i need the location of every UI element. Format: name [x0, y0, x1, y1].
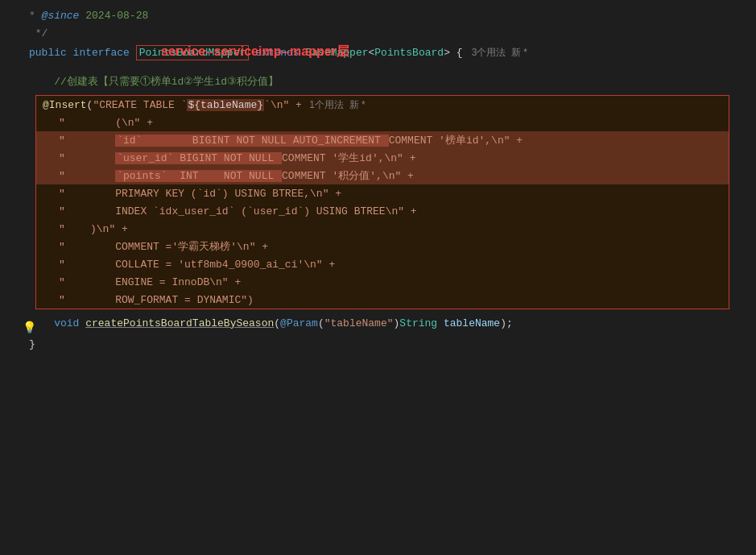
- collate-string: " COLLATE = 'utf8mb4_0900_ai_ci'\n" +: [59, 259, 335, 271]
- line-index: " INDEX `idx_user_id` (`user_id`) USING …: [36, 202, 729, 220]
- line-void-method: void createPointsBoardTableBySeason ( @P…: [0, 314, 756, 332]
- points-comment-val: '积分值',\n" +: [326, 168, 414, 183]
- comment-keyword-2: COMMENT: [282, 152, 326, 164]
- row-format-string: " ROW_FORMAT = DYNAMIC"): [59, 294, 254, 306]
- code-block: @Insert ( "CREATE TABLE ` ${tableName} `…: [35, 95, 729, 309]
- table-name-var: ${tableName}: [187, 99, 264, 111]
- editor-area: service--serviceimp--mapper层 * @since 20…: [0, 6, 756, 555]
- param-open: (: [318, 317, 324, 329]
- points-board-class: PointsBoard: [374, 47, 444, 59]
- line-content-void: void createPointsBoardTableBySeason ( @P…: [29, 317, 756, 329]
- comment-table-string: " COMMENT ='学霸天梯榜'\n" +: [59, 239, 268, 254]
- line-userid-field: " `user_id` BIGINT NOT NULL COMMENT '学生i…: [36, 149, 729, 167]
- line-since: * @since 2024-08-28: [0, 6, 756, 24]
- id-field-highlight: `id` BIGINT NOT NULL AUTO_INCREMENT: [115, 135, 388, 147]
- usage-info: 1个用法 新 *: [307, 98, 366, 112]
- param-name: tableName: [444, 317, 500, 329]
- at-since: @since: [42, 10, 80, 22]
- generic-close: > {: [444, 47, 469, 59]
- primary-key-string: " PRIMARY KEY (`id`) USING BTREE,\n" +: [59, 188, 341, 200]
- user-id-field-highlight: `user_id` BIGINT NOT NULL: [115, 152, 282, 164]
- public-keyword: public interface: [29, 47, 136, 59]
- id-comment-val: '榜单id',\n" +: [432, 133, 523, 147]
- points-field-string: ": [59, 170, 115, 182]
- line-id-field: " `id` BIGINT NOT NULL AUTO_INCREMENT CO…: [36, 131, 729, 149]
- comment-keyword-3: COMMENT: [282, 170, 326, 182]
- since-date: 2024-08-28: [79, 10, 148, 22]
- insert-string-mid: `\n" +: [264, 99, 302, 111]
- param-type: String: [399, 317, 444, 329]
- close-brace: }: [29, 338, 35, 350]
- create-table-comment: //创建表【只需要①榜单id②学生id③积分值】: [29, 74, 279, 89]
- line-row-format: " ROW_FORMAT = DYNAMIC"): [36, 291, 729, 309]
- method-name: createPointsBoardTableBySeason: [85, 317, 274, 329]
- void-keyword: void: [29, 317, 85, 329]
- line-engine: " ENGINE = InnoDB\n" +: [36, 273, 729, 291]
- user-field-string: ": [59, 152, 115, 164]
- line-interface: public interface PointsBoardMapper exten…: [0, 43, 756, 61]
- insert-annotation: @Insert: [43, 99, 87, 111]
- line-close-brace: }: [0, 335, 756, 353]
- line-close-comment: */: [0, 24, 756, 42]
- id-field-string: ": [59, 135, 115, 147]
- line-create-comment: //创建表【只需要①榜单id②学生id③积分值】: [0, 72, 756, 90]
- method-open: (: [274, 317, 280, 329]
- points-field-highlight: `points` INT NOT NULL: [115, 170, 282, 182]
- index-string: " INDEX `idx_user_id` (`user_id`) USING …: [59, 205, 417, 217]
- method-close: );: [500, 317, 513, 329]
- line-points-field: " `points` INT NOT NULL COMMENT '积分值',\n…: [36, 167, 729, 184]
- insert-open: (: [87, 99, 93, 111]
- line-content-2: */: [29, 27, 756, 39]
- param-value: "tableName": [324, 317, 394, 329]
- line-open-paren: " (\n" +: [36, 114, 729, 131]
- line-content-1: * @since 2024-08-28: [29, 10, 756, 22]
- line-close-paren: " )\n" +: [36, 220, 729, 238]
- engine-string: " ENGINE = InnoDB\n" +: [59, 276, 241, 288]
- line-collate: " COLLATE = 'utf8mb4_0900_ai_ci'\n" +: [36, 255, 729, 273]
- open-paren-string: " (\n" +: [59, 117, 153, 129]
- param-close: ): [394, 317, 400, 329]
- line-comment-table: " COMMENT ='学霸天梯榜'\n" +: [36, 238, 729, 255]
- generic-bracket: <: [369, 47, 375, 59]
- usage-count: 3个用法 新 *: [469, 46, 527, 60]
- insert-string-open: "CREATE TABLE `: [93, 99, 187, 111]
- comment-keyword-1: COMMENT: [389, 135, 433, 147]
- line-blank-1: [0, 61, 756, 72]
- close-paren-string: " )\n" +: [59, 223, 128, 235]
- userid-comment-val: '学生id',\n" +: [326, 151, 416, 165]
- line-primary-key: " PRIMARY KEY (`id`) USING BTREE,\n" +: [36, 184, 729, 202]
- param-annotation: @Param: [280, 317, 318, 329]
- line-content-3: public interface PointsBoardMapper exten…: [29, 45, 756, 60]
- service-banner: service--serviceimp--mapper层: [161, 43, 349, 60]
- star: *: [29, 10, 42, 22]
- line-content-4: //创建表【只需要①榜单id②学生id③积分值】: [29, 74, 756, 89]
- close-comment-symbol: */: [29, 27, 48, 39]
- line-content-brace: }: [29, 338, 756, 350]
- line-insert-annotation: @Insert ( "CREATE TABLE ` ${tableName} `…: [36, 96, 729, 114]
